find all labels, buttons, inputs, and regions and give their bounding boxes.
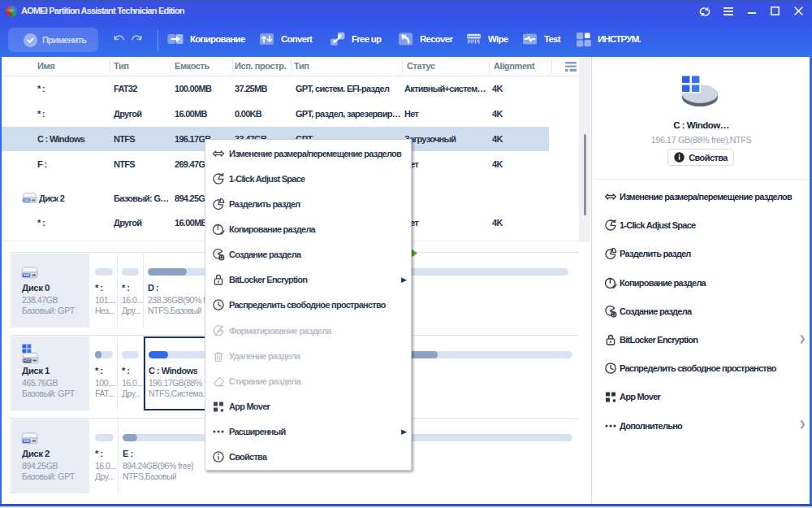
svg-text:SSD: SSD [24,274,30,277]
svg-text:SSD: SSD [24,440,30,443]
svg-text:SSD: SSD [24,199,31,202]
svg-text:HDD: HDD [24,359,31,363]
